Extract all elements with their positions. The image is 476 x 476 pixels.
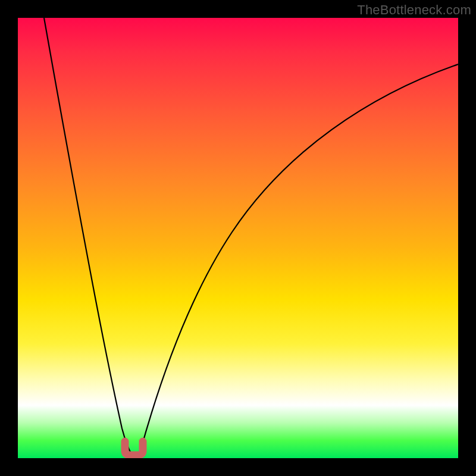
curve-left-branch <box>44 18 132 455</box>
chart-canvas: TheBottleneck.com <box>0 0 476 476</box>
plot-area <box>18 18 458 458</box>
watermark-text: TheBottleneck.com <box>357 2 471 18</box>
curve-right-branch <box>139 64 458 455</box>
minimum-marker <box>125 441 143 455</box>
curve-layer <box>18 18 458 458</box>
